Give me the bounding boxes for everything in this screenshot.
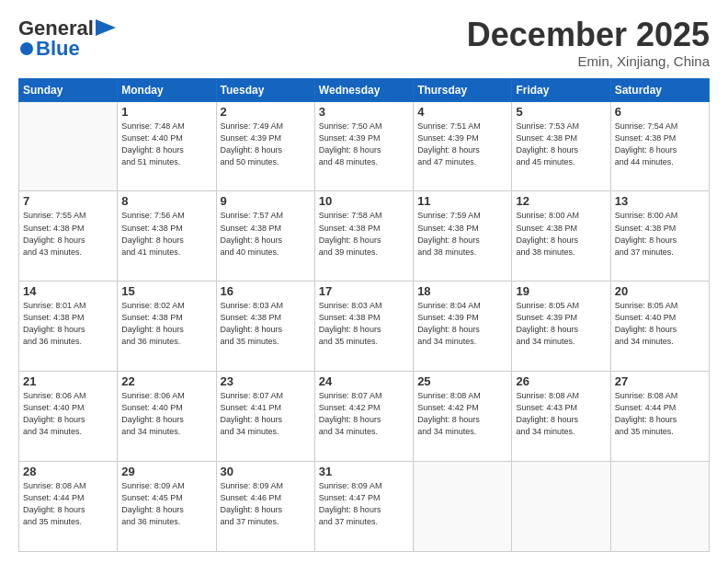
calendar-cell: 8Sunrise: 7:56 AM Sunset: 4:38 PM Daylig… — [118, 191, 216, 282]
calendar-cell: 20Sunrise: 8:05 AM Sunset: 4:40 PM Dayli… — [610, 282, 709, 372]
day-info: Sunrise: 8:09 AM Sunset: 4:45 PM Dayligh… — [121, 480, 211, 528]
day-info: Sunrise: 8:00 AM Sunset: 4:38 PM Dayligh… — [615, 210, 705, 258]
day-number: 1 — [121, 105, 211, 119]
svg-marker-0 — [96, 19, 116, 36]
calendar-day-header: Thursday — [414, 78, 512, 101]
calendar-cell: 4Sunrise: 7:51 AM Sunset: 4:39 PM Daylig… — [414, 101, 512, 191]
calendar-week-row: 28Sunrise: 8:08 AM Sunset: 4:44 PM Dayli… — [19, 462, 710, 552]
day-info: Sunrise: 7:48 AM Sunset: 4:40 PM Dayligh… — [121, 121, 211, 168]
day-info: Sunrise: 7:54 AM Sunset: 4:38 PM Dayligh… — [615, 121, 705, 168]
day-number: 9 — [221, 194, 311, 208]
day-number: 23 — [221, 374, 311, 388]
day-info: Sunrise: 7:50 AM Sunset: 4:39 PM Dayligh… — [319, 121, 409, 168]
month-title: December 2025 — [467, 17, 710, 53]
day-number: 19 — [516, 284, 606, 298]
day-number: 11 — [417, 194, 507, 208]
calendar-week-row: 21Sunrise: 8:06 AM Sunset: 4:40 PM Dayli… — [19, 372, 710, 462]
calendar-cell: 31Sunrise: 8:09 AM Sunset: 4:47 PM Dayli… — [314, 462, 413, 552]
day-info: Sunrise: 8:05 AM Sunset: 4:40 PM Dayligh… — [615, 300, 705, 348]
calendar-cell: 17Sunrise: 8:03 AM Sunset: 4:38 PM Dayli… — [314, 282, 413, 372]
day-number: 8 — [121, 194, 211, 208]
day-number: 18 — [417, 284, 507, 298]
day-info: Sunrise: 8:07 AM Sunset: 4:41 PM Dayligh… — [221, 390, 311, 438]
calendar-cell — [414, 462, 512, 552]
day-number: 2 — [221, 105, 311, 119]
calendar-day-header: Monday — [118, 78, 216, 101]
day-number: 17 — [319, 284, 409, 298]
day-number: 7 — [23, 194, 113, 208]
day-info: Sunrise: 7:58 AM Sunset: 4:38 PM Dayligh… — [319, 210, 409, 258]
day-info: Sunrise: 8:03 AM Sunset: 4:38 PM Dayligh… — [221, 300, 311, 348]
calendar-cell — [610, 462, 709, 552]
day-number: 24 — [319, 374, 409, 388]
day-info: Sunrise: 8:09 AM Sunset: 4:47 PM Dayligh… — [319, 480, 409, 528]
calendar-cell: 6Sunrise: 7:54 AM Sunset: 4:38 PM Daylig… — [610, 101, 709, 191]
calendar-cell: 29Sunrise: 8:09 AM Sunset: 4:45 PM Dayli… — [118, 462, 216, 552]
calendar-cell: 16Sunrise: 8:03 AM Sunset: 4:38 PM Dayli… — [216, 282, 314, 372]
calendar-week-row: 7Sunrise: 7:55 AM Sunset: 4:38 PM Daylig… — [19, 191, 710, 282]
day-number: 4 — [417, 105, 507, 119]
title-block: December 2025 Emin, Xinjiang, China — [467, 17, 710, 69]
calendar-day-header: Sunday — [19, 78, 118, 101]
day-info: Sunrise: 7:56 AM Sunset: 4:38 PM Dayligh… — [121, 210, 211, 258]
calendar-cell: 30Sunrise: 8:09 AM Sunset: 4:46 PM Dayli… — [216, 462, 314, 552]
calendar-week-row: 1Sunrise: 7:48 AM Sunset: 4:40 PM Daylig… — [19, 101, 710, 191]
calendar-cell: 23Sunrise: 8:07 AM Sunset: 4:41 PM Dayli… — [216, 372, 314, 462]
day-info: Sunrise: 8:06 AM Sunset: 4:40 PM Dayligh… — [23, 390, 113, 438]
calendar-cell: 12Sunrise: 8:00 AM Sunset: 4:38 PM Dayli… — [512, 191, 610, 282]
calendar-cell: 13Sunrise: 8:00 AM Sunset: 4:38 PM Dayli… — [610, 191, 709, 282]
day-info: Sunrise: 8:08 AM Sunset: 4:43 PM Dayligh… — [516, 390, 606, 438]
header: General Blue December 2025 Emin, Xinjian… — [18, 17, 710, 69]
calendar-cell: 14Sunrise: 8:01 AM Sunset: 4:38 PM Dayli… — [19, 282, 118, 372]
day-number: 27 — [615, 374, 705, 388]
calendar-cell: 19Sunrise: 8:05 AM Sunset: 4:39 PM Dayli… — [512, 282, 610, 372]
calendar-cell: 22Sunrise: 8:06 AM Sunset: 4:40 PM Dayli… — [118, 372, 216, 462]
day-number: 14 — [23, 284, 113, 298]
day-info: Sunrise: 7:53 AM Sunset: 4:38 PM Dayligh… — [516, 121, 606, 168]
calendar-cell — [19, 101, 118, 191]
day-info: Sunrise: 8:08 AM Sunset: 4:42 PM Dayligh… — [417, 390, 507, 438]
calendar-cell: 3Sunrise: 7:50 AM Sunset: 4:39 PM Daylig… — [314, 101, 413, 191]
day-info: Sunrise: 8:03 AM Sunset: 4:38 PM Dayligh… — [319, 300, 409, 348]
day-info: Sunrise: 8:00 AM Sunset: 4:38 PM Dayligh… — [516, 210, 606, 258]
day-number: 31 — [319, 465, 409, 478]
day-number: 6 — [615, 105, 705, 119]
calendar-cell: 28Sunrise: 8:08 AM Sunset: 4:44 PM Dayli… — [19, 462, 118, 552]
day-info: Sunrise: 8:07 AM Sunset: 4:42 PM Dayligh… — [319, 390, 409, 438]
day-number: 5 — [516, 105, 606, 119]
logo-blue-text: Blue — [36, 37, 80, 61]
day-number: 20 — [615, 284, 705, 298]
day-info: Sunrise: 8:08 AM Sunset: 4:44 PM Dayligh… — [23, 480, 113, 528]
calendar-week-row: 14Sunrise: 8:01 AM Sunset: 4:38 PM Dayli… — [19, 282, 710, 372]
day-info: Sunrise: 7:55 AM Sunset: 4:38 PM Dayligh… — [23, 210, 113, 258]
day-number: 29 — [121, 465, 211, 478]
day-number: 30 — [221, 465, 311, 478]
day-info: Sunrise: 8:02 AM Sunset: 4:38 PM Dayligh… — [121, 300, 211, 348]
day-info: Sunrise: 8:04 AM Sunset: 4:39 PM Dayligh… — [417, 300, 507, 348]
calendar-day-header: Wednesday — [314, 78, 413, 101]
day-number: 25 — [417, 374, 507, 388]
calendar-day-header: Friday — [512, 78, 610, 101]
calendar-cell: 21Sunrise: 8:06 AM Sunset: 4:40 PM Dayli… — [19, 372, 118, 462]
location-subtitle: Emin, Xinjiang, China — [467, 53, 710, 69]
calendar-cell: 9Sunrise: 7:57 AM Sunset: 4:38 PM Daylig… — [216, 191, 314, 282]
day-info: Sunrise: 7:57 AM Sunset: 4:38 PM Dayligh… — [221, 210, 311, 258]
calendar-day-header: Tuesday — [216, 78, 314, 101]
calendar-cell: 18Sunrise: 8:04 AM Sunset: 4:39 PM Dayli… — [414, 282, 512, 372]
calendar-table: SundayMondayTuesdayWednesdayThursdayFrid… — [18, 78, 710, 552]
calendar-header-row: SundayMondayTuesdayWednesdayThursdayFrid… — [19, 78, 710, 101]
day-info: Sunrise: 7:51 AM Sunset: 4:39 PM Dayligh… — [417, 121, 507, 168]
day-number: 10 — [319, 194, 409, 208]
day-number: 13 — [615, 194, 705, 208]
calendar-cell: 7Sunrise: 7:55 AM Sunset: 4:38 PM Daylig… — [19, 191, 118, 282]
calendar-cell: 27Sunrise: 8:08 AM Sunset: 4:44 PM Dayli… — [610, 372, 709, 462]
logo-arrow-icon — [96, 19, 116, 36]
calendar-cell: 25Sunrise: 8:08 AM Sunset: 4:42 PM Dayli… — [414, 372, 512, 462]
calendar-day-header: Saturday — [610, 78, 709, 101]
day-info: Sunrise: 8:09 AM Sunset: 4:46 PM Dayligh… — [221, 480, 311, 528]
day-number: 26 — [516, 374, 606, 388]
calendar-cell: 5Sunrise: 7:53 AM Sunset: 4:38 PM Daylig… — [512, 101, 610, 191]
calendar-cell: 11Sunrise: 7:59 AM Sunset: 4:38 PM Dayli… — [414, 191, 512, 282]
calendar-cell — [512, 462, 610, 552]
day-number: 22 — [121, 374, 211, 388]
